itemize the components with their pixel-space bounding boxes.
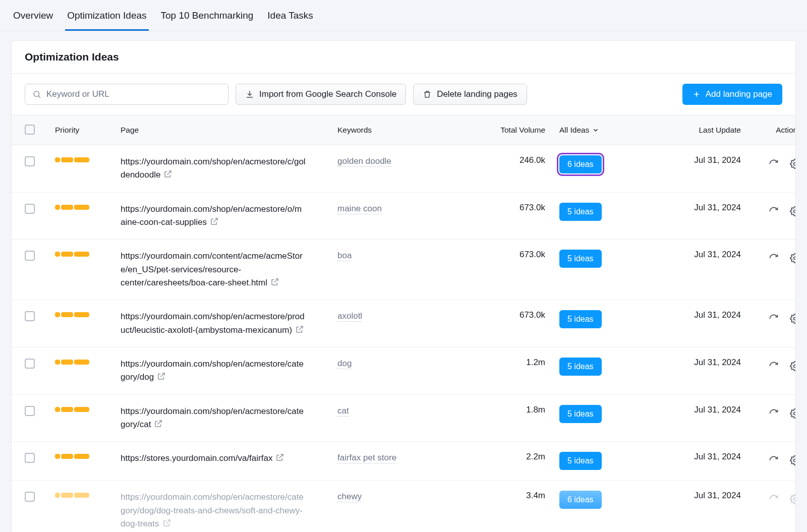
tab-top10-benchmarking[interactable]: Top 10 Benchmarking (159, 1, 256, 30)
col-actions: Actions (741, 126, 796, 135)
refresh-icon[interactable] (767, 252, 780, 265)
keyword-link[interactable]: golden doodle (337, 156, 391, 167)
external-link-icon[interactable] (157, 372, 166, 381)
col-ideas[interactable]: All Ideas (559, 126, 620, 135)
total-volume: 246.0k (469, 155, 559, 165)
ideas-button[interactable]: 5 ideas (559, 452, 602, 470)
refresh-icon[interactable] (767, 205, 780, 218)
plus-icon (693, 90, 701, 98)
row-checkbox[interactable] (25, 311, 35, 321)
page-url: https://yourdomain.com/shop/en/acmestore… (121, 405, 306, 432)
row-checkbox[interactable] (25, 359, 35, 369)
chevron-down-icon (592, 127, 599, 134)
gear-icon[interactable] (788, 454, 796, 467)
keyword-link[interactable]: cat (337, 406, 349, 417)
priority-bar (55, 358, 121, 365)
trash-icon (423, 90, 432, 99)
external-link-icon[interactable] (270, 277, 279, 286)
refresh-icon[interactable] (767, 454, 780, 467)
add-button-label: Add landing page (706, 89, 772, 99)
ideas-button[interactable]: 6 ideas (559, 491, 602, 509)
priority-bar (55, 452, 121, 459)
gear-icon[interactable] (788, 205, 796, 218)
gear-icon[interactable] (788, 360, 796, 373)
gear-icon[interactable] (788, 252, 796, 265)
refresh-icon[interactable] (767, 360, 780, 373)
ideas-button[interactable]: 6 ideas (559, 155, 602, 173)
delete-button[interactable]: Delete landing pages (413, 84, 527, 105)
ideas-button[interactable]: 5 ideas (559, 203, 602, 221)
svg-point-2 (794, 163, 796, 165)
ideas-button[interactable]: 5 ideas (559, 358, 602, 376)
col-page: Page (121, 126, 337, 135)
table-row: https://yourdomain.com/shop/en/acmestore… (12, 395, 795, 442)
priority-bar (55, 250, 121, 257)
svg-point-0 (34, 91, 39, 97)
last-update: Jul 31, 2024 (620, 405, 741, 415)
select-all-checkbox[interactable] (25, 125, 35, 135)
gear-icon[interactable] (788, 493, 796, 506)
external-link-icon[interactable] (154, 419, 163, 428)
tab-bar: Overview Optimization Ideas Top 10 Bench… (0, 0, 807, 31)
external-link-icon[interactable] (295, 325, 304, 334)
last-update: Jul 31, 2024 (620, 491, 741, 501)
external-link-icon[interactable] (162, 518, 171, 527)
priority-bar (55, 491, 121, 498)
last-update: Jul 31, 2024 (620, 155, 741, 165)
external-link-icon[interactable] (275, 453, 284, 462)
total-volume: 2.2m (469, 452, 559, 462)
refresh-icon[interactable] (767, 312, 780, 325)
table-header: Priority Page Keywords Total Volume All … (12, 115, 795, 145)
refresh-icon[interactable] (767, 407, 780, 420)
table-row: https://yourdomain.com/shop/en/acmestore… (12, 347, 795, 395)
keyword-link[interactable]: boa (337, 251, 352, 261)
add-landing-page-button[interactable]: Add landing page (682, 84, 782, 105)
page-url: https://yourdomain.com/shop/en/acmestore… (121, 358, 306, 384)
row-checkbox[interactable] (25, 453, 35, 463)
svg-line-1 (38, 96, 40, 97)
table-row: https://yourdomain.com/shop/en/acmestore… (12, 481, 795, 532)
row-checkbox[interactable] (25, 156, 35, 166)
ideas-button[interactable]: 5 ideas (559, 405, 602, 423)
priority-bar (55, 203, 121, 210)
refresh-icon[interactable] (767, 493, 780, 506)
keyword-link[interactable]: dog (337, 359, 352, 369)
total-volume: 673.0k (469, 250, 559, 260)
svg-point-3 (794, 210, 796, 212)
keyword-link[interactable]: maine coon (337, 204, 382, 214)
gear-icon[interactable] (788, 312, 796, 325)
external-link-icon[interactable] (163, 169, 172, 179)
svg-point-5 (794, 318, 796, 320)
search-input-wrap[interactable] (25, 84, 228, 105)
keyword-link[interactable]: axolotl (337, 311, 362, 322)
keyword-link[interactable]: fairfax pet store (337, 453, 396, 463)
total-volume: 673.0k (469, 203, 559, 213)
page-url: https://yourdomain.com/shop/en/acmestore… (121, 310, 306, 337)
refresh-icon[interactable] (767, 157, 780, 170)
svg-point-9 (794, 498, 796, 501)
gear-icon[interactable] (788, 157, 796, 170)
ideas-button[interactable]: 5 ideas (559, 310, 602, 328)
tab-overview[interactable]: Overview (11, 1, 55, 30)
tab-idea-tasks[interactable]: Idea Tasks (265, 1, 315, 30)
page-url: https://yourdomain.com/shop/en/acmestore… (121, 203, 306, 229)
optimization-ideas-card: Optimization Ideas Import from Google Se… (11, 40, 796, 532)
ideas-button[interactable]: 5 ideas (559, 250, 602, 268)
table-row: https://yourdomain.com/shop/en/acmestore… (12, 193, 795, 240)
svg-point-8 (794, 459, 796, 462)
page-url: https://yourdomain.com/shop/en/acmestore… (121, 491, 306, 530)
col-update: Last Update (620, 126, 741, 135)
external-link-icon[interactable] (210, 217, 219, 226)
tab-optimization-ideas[interactable]: Optimization Ideas (65, 1, 148, 30)
row-checkbox[interactable] (25, 492, 35, 502)
keyword-link[interactable]: chewy (337, 492, 362, 502)
svg-point-7 (794, 412, 796, 415)
gear-icon[interactable] (788, 407, 796, 420)
row-checkbox[interactable] (25, 204, 35, 214)
last-update: Jul 31, 2024 (620, 358, 741, 368)
import-button[interactable]: Import from Google Search Console (236, 84, 406, 105)
search-icon (32, 90, 41, 99)
search-input[interactable] (46, 89, 221, 99)
row-checkbox[interactable] (25, 406, 35, 416)
row-checkbox[interactable] (25, 251, 35, 261)
